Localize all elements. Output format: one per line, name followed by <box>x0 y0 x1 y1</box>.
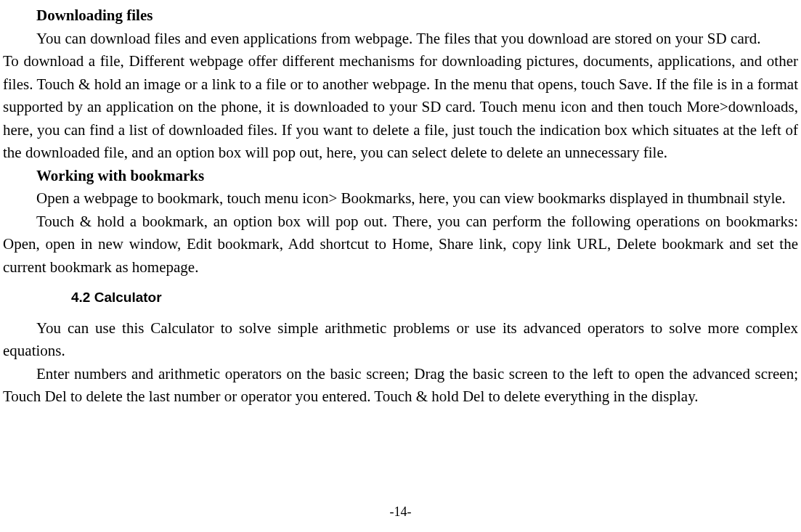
page-number: -14- <box>0 502 801 522</box>
paragraph-calculator-intro: You can use this Calculator to solve sim… <box>3 319 798 360</box>
paragraph-download-intro: You can download files and even applicat… <box>3 30 761 47</box>
heading-bookmarks: Working with bookmarks <box>3 165 798 188</box>
paragraph-download-detail: To download a file, Different webpage of… <box>3 30 798 162</box>
heading-calculator: 4.2 Calculator <box>3 287 798 308</box>
document-content: Downloading files You can download files… <box>3 4 798 409</box>
paragraph-bookmarks-intro: Open a webpage to bookmark, touch menu i… <box>3 189 786 207</box>
paragraph-calculator-detail: Enter numbers and arithmetic operators o… <box>3 365 798 406</box>
heading-downloading: Downloading files <box>3 4 798 28</box>
paragraph-bookmarks-detail: Touch & hold a bookmark, an option box w… <box>3 213 798 276</box>
